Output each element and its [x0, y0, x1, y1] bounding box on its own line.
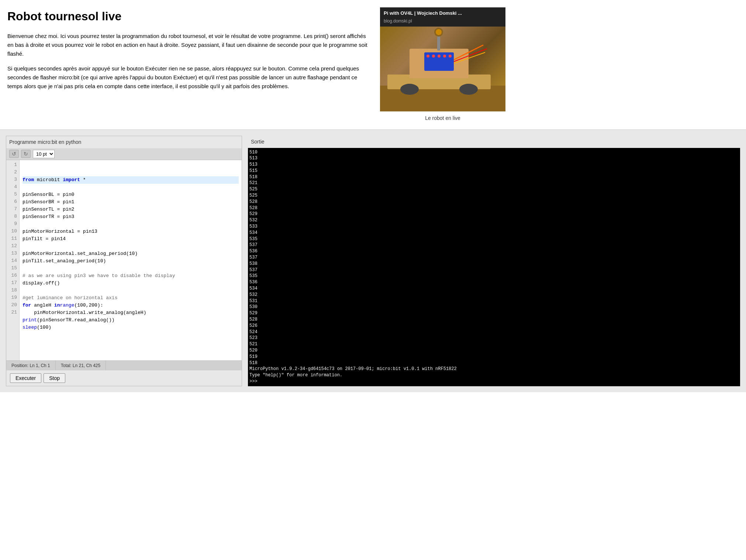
line-number: 10 [8, 228, 17, 235]
execute-button[interactable]: Executer [10, 373, 41, 383]
total-label: Total: Ln 21, Ch 425 [56, 361, 106, 370]
line-number: 20 [8, 302, 17, 309]
code-line: print(pinSensorTR.read_analog()) [23, 317, 239, 324]
code-line: # as we are using pin3 we have to disabl… [23, 272, 239, 280]
output-line: 528 [249, 317, 739, 323]
output-line: 510 [249, 149, 739, 156]
code-line: #get luminance on horizontal axis [23, 294, 239, 302]
line-number: 2 [8, 169, 17, 176]
svg-point-4 [459, 84, 478, 95]
output-line: 528 [249, 199, 739, 205]
line-number: 13 [8, 250, 17, 257]
output-line: 534 [249, 230, 739, 236]
code-line: display.off() [23, 280, 239, 287]
line-number: 21 [8, 309, 17, 317]
editor-statusbar: Position: Ln 1, Ch 1 Total: Ln 21, Ch 42… [6, 360, 242, 370]
robot-image-svg [380, 27, 505, 111]
line-numbers: 123456789101112131415161718192021 [6, 160, 20, 360]
output-line: 519 [249, 354, 739, 360]
output-line: 534 [249, 286, 739, 292]
output-line: 529 [249, 310, 739, 317]
editor-panel: Programme micro:bit en python ↺ ↻ 8 pt10… [6, 136, 242, 386]
line-number: 9 [8, 221, 17, 228]
robot-image-caption: Le robot en live [380, 114, 505, 122]
code-line [23, 287, 239, 294]
code-line: pinMotorHorizontal = pin13 [23, 228, 239, 235]
page-title: Robot tournesol live [7, 7, 369, 25]
output-line: 515 [249, 168, 739, 174]
code-line: for angleH in range(100,200): [23, 302, 239, 309]
output-line: 525 [249, 193, 739, 199]
code-line: pinTilt = pin14 [23, 235, 239, 243]
code-line: pinMotorHorizontal.write_analog(angleH) [23, 309, 239, 317]
output-line: 537 [249, 242, 739, 248]
output-line: 525 [249, 186, 739, 193]
output-line: 532 [249, 217, 739, 224]
output-line: 531 [249, 298, 739, 304]
output-panel: Sortie 510513513515518521525525528528529… [248, 136, 740, 386]
code-line: pinSensorTR = pin3 [23, 213, 239, 221]
svg-point-6 [426, 55, 429, 58]
output-line: 520 [249, 348, 739, 354]
editor-buttons: Executer Stop [6, 370, 242, 386]
output-title: Sortie [248, 136, 740, 148]
line-number: 3 [8, 176, 17, 184]
code-line: pinTilt.set_analog_period(10) [23, 257, 239, 265]
svg-rect-0 [380, 86, 505, 111]
svg-point-9 [443, 55, 446, 58]
image-banner: Pi with OV4L | Wojciech Domski ... blog.… [380, 7, 505, 27]
line-number: 18 [8, 287, 17, 294]
font-size-select[interactable]: 8 pt10 pt12 pt14 pt16 pt [33, 150, 55, 158]
code-line [23, 221, 239, 228]
output-footer-line: >>> [249, 378, 739, 385]
top-text: Robot tournesol live Bienvenue chez moi.… [7, 7, 369, 122]
redo-button[interactable]: ↻ [21, 150, 31, 158]
editor-toolbar: ↺ ↻ 8 pt10 pt12 pt14 pt16 pt [6, 148, 242, 160]
stop-button[interactable]: Stop [44, 373, 65, 383]
code-line [23, 265, 239, 272]
code-line: pinMotorHorizontal.set_analog_period(10) [23, 250, 239, 257]
output-footer-line: Type "help()" for more information. [249, 372, 739, 378]
line-number: 8 [8, 213, 17, 221]
svg-point-8 [438, 55, 441, 58]
output-line: 537 [249, 255, 739, 261]
output-line: 518 [249, 360, 739, 366]
code-content[interactable]: from microbit import * pinSensorBL = pin… [20, 160, 242, 360]
code-line [23, 184, 239, 191]
line-number: 11 [8, 235, 17, 243]
output-footer-line: MicroPython v1.9.2-34-gd64154c73 on 2017… [249, 366, 739, 372]
output-line: 530 [249, 304, 739, 310]
top-section: Robot tournesol live Bienvenue chez moi.… [0, 0, 517, 129]
line-number: 19 [8, 294, 17, 302]
svg-point-16 [436, 29, 442, 35]
output-line: 518 [249, 174, 739, 180]
line-number: 14 [8, 257, 17, 265]
line-number: 5 [8, 191, 17, 198]
undo-button[interactable]: ↺ [9, 150, 19, 158]
output-line: 536 [249, 248, 739, 255]
output-line: 513 [249, 155, 739, 162]
banner-title: Pi with OV4L | Wojciech Domski ... [384, 10, 502, 17]
output-line: 536 [249, 279, 739, 286]
output-line: 532 [249, 292, 739, 298]
line-number: 1 [8, 162, 17, 169]
output-line: 535 [249, 236, 739, 242]
svg-point-10 [449, 55, 452, 58]
code-line: pinSensorBR = pin1 [23, 198, 239, 206]
code-area[interactable]: 123456789101112131415161718192021 from m… [6, 160, 242, 360]
position-label: Position: Ln 1, Ch 1 [6, 361, 56, 370]
intro-paragraph-2: Si quelques secondes après avoir appuyé … [7, 64, 369, 91]
code-line: pinSensorBL = pin0 [23, 191, 239, 198]
line-number: 12 [8, 243, 17, 250]
output-line: 526 [249, 323, 739, 329]
output-line: 535 [249, 273, 739, 279]
editor-panel-title: Programme micro:bit en python [6, 136, 242, 148]
output-line: 529 [249, 211, 739, 217]
output-line: 521 [249, 341, 739, 348]
code-line [23, 243, 239, 250]
output-line: 528 [249, 205, 739, 211]
robot-image [380, 27, 505, 111]
line-number: 4 [8, 184, 17, 191]
code-line: from microbit import * [23, 176, 239, 184]
code-line: pinSensorTL = pin2 [23, 206, 239, 213]
